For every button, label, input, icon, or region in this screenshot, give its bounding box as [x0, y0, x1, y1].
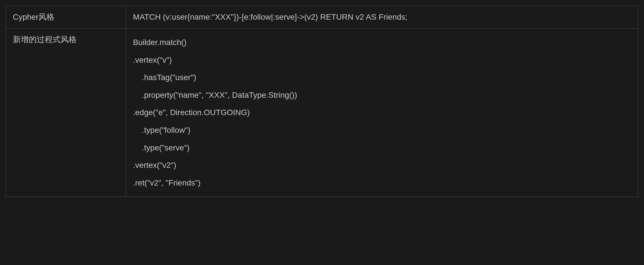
row2-label-cell: 新增的过程式风格 — [6, 28, 126, 197]
syntax-comparison-table: Cypher风格 MATCH (v:user{name:"XXX"})-[e:f… — [6, 6, 638, 197]
code-block: Builder.match() .vertex("v") .hasTag("us… — [133, 34, 631, 191]
row2-content-cell: Builder.match() .vertex("v") .hasTag("us… — [126, 28, 638, 197]
row1-label-cell: Cypher风格 — [6, 6, 126, 28]
table-row: 新增的过程式风格 Builder.match() .vertex("v") .h… — [6, 28, 638, 197]
row1-content-cell: MATCH (v:user{name:"XXX"})-[e:follow|:se… — [126, 6, 638, 28]
table-row: Cypher风格 MATCH (v:user{name:"XXX"})-[e:f… — [6, 6, 638, 28]
